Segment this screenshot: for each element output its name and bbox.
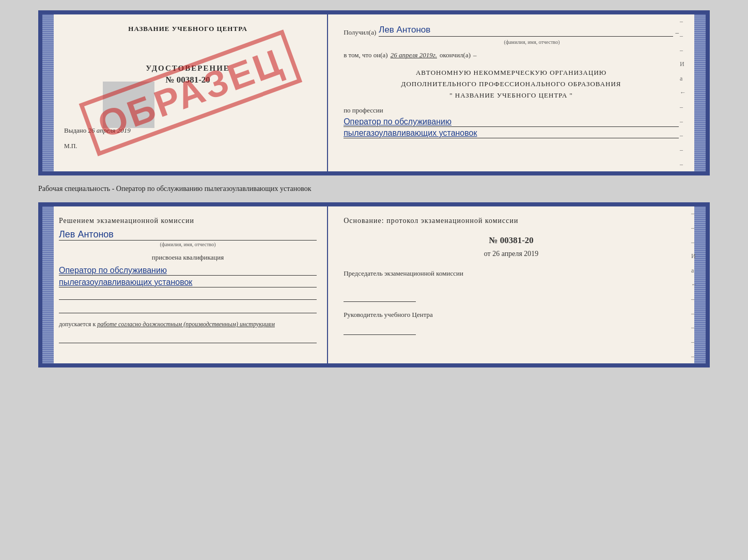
certificate-bottom: Решением экзаменационной комиссии Лев Ан… (38, 202, 710, 367)
org-line1: АВТОНОМНУЮ НЕКОММЕРЧЕСКУЮ ОРГАНИЗАЦИЮ (344, 67, 679, 78)
dopuskaetsya-line: допускается к работе согласно должностны… (59, 319, 317, 329)
fio-label-bottom: (фамилия, имя, отчество) (59, 242, 317, 247)
udostoverenie-block: УДОСТОВЕРЕНИЕ № 00381-20 (59, 64, 317, 85)
blank-line-1 (59, 290, 317, 300)
org-line2: ДОПОЛНИТЕЛЬНОГО ПРОФЕССИОНАЛЬНОГО ОБРАЗО… (344, 78, 679, 90)
poluchil-label: Получил(а) (344, 28, 376, 37)
org-line3: " НАЗВАНИЕ УЧЕБНОГО ЦЕНТРА " (344, 90, 679, 101)
document-container: НАЗВАНИЕ УЧЕБНОГО ЦЕНТРА ОБРАЗЕЦ УДОСТОВ… (38, 10, 710, 367)
protocol-date-value: 26 апреля 2019 (492, 250, 538, 258)
spine-left-bottom (42, 206, 54, 363)
photo-placeholder (103, 82, 154, 128)
prisvoena-label: присвоена квалификация (59, 253, 317, 262)
vydano-prefix: Выдано (64, 126, 86, 134)
cert-left-panel: НАЗВАНИЕ УЧЕБНОГО ЦЕНТРА ОБРАЗЕЦ УДОСТОВ… (54, 14, 328, 171)
blank-line-3 (59, 333, 317, 343)
udostoverenie-number: № 00381-20 (59, 75, 317, 85)
ot-prefix: от (484, 250, 491, 258)
predsedatel-sign-line (344, 292, 416, 302)
vtom-dash: – (473, 51, 477, 59)
bottom-name: Лев Антонов (59, 229, 317, 241)
spine-right (694, 14, 706, 171)
protocol-number: № 00381-20 (344, 235, 679, 246)
rukovoditel-label: Руководитель учебного Центра (344, 310, 679, 320)
rukovoditel-sign-line (344, 325, 416, 335)
spine-left (42, 14, 54, 171)
recipient-name: Лев Антонов (379, 25, 673, 37)
dopuskaetsya-value: работе согласно должностным (производств… (97, 321, 275, 328)
vtom-date: 26 апреля 2019г. (391, 51, 437, 59)
school-name-top: НАЗВАНИЕ УЧЕБНОГО ЦЕНТРА (59, 25, 317, 33)
right-dashes-bottom: – – – И а ← – – – – – (691, 206, 702, 363)
profession-line2: пылегазоулавливающих установок (344, 129, 679, 138)
udostoverenie-label: УДОСТОВЕРЕНИЕ (59, 64, 317, 73)
profession-line1: Оператор по обслуживанию (344, 117, 679, 127)
cert-bottom-left: Решением экзаменационной комиссии Лев Ан… (54, 206, 328, 363)
poluchil-line: Получил(а) Лев Антонов – (344, 25, 679, 37)
org-lines: АВТОНОМНУЮ НЕКОММЕРЧЕСКУЮ ОРГАНИЗАЦИЮ ДО… (344, 67, 679, 101)
fio-label-top: (фамилия, имя, отчество) (385, 39, 679, 45)
poluchil-dash: – (676, 28, 679, 37)
osnovanie-title: Основание: протокол экзаменационной коми… (344, 217, 679, 225)
dopuskaetsya-prefix: допускается к (59, 321, 96, 328)
separator-text: Рабочая специальность - Оператор по обсл… (38, 182, 311, 196)
right-dashes: – – – И а ← – – – – – (680, 14, 690, 171)
vydano-line: Выдано 26 апреля 2019 (59, 126, 317, 135)
cert-right-panel: Получил(а) Лев Антонов – (фамилия, имя, … (328, 14, 694, 171)
vtom-line: в том, что он(а) 26 апреля 2019г. окончи… (344, 51, 679, 59)
mp-line: М.П. (59, 142, 317, 150)
cert-bottom-right: Основание: протокол экзаменационной коми… (328, 206, 694, 363)
certificate-top: НАЗВАНИЕ УЧЕБНОГО ЦЕНТРА ОБРАЗЕЦ УДОСТОВ… (38, 10, 710, 175)
protocol-date: от 26 апреля 2019 (344, 250, 679, 258)
vtom-okonchill: окончил(а) (440, 51, 471, 59)
blank-line-2 (59, 303, 317, 313)
vtom-prefix: в том, что он(а) (344, 51, 388, 59)
qualification-line1: Оператор по обслуживанию (59, 266, 317, 276)
resheniem-title: Решением экзаменационной комиссии (59, 217, 317, 225)
predsedatel-label: Председатель экзаменационной комиссии (344, 268, 679, 279)
po-professii-label: по профессии (344, 106, 679, 115)
qualification-line2: пылегазоулавливающих установок (59, 278, 317, 287)
